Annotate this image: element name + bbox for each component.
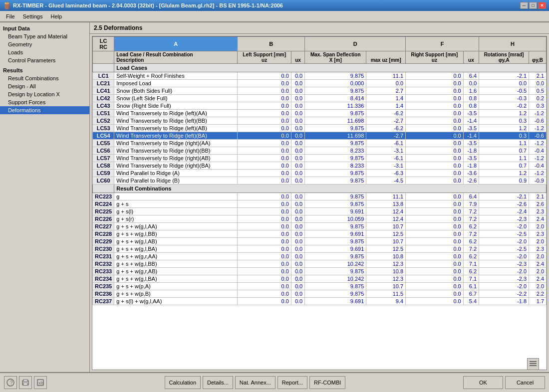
table-row[interactable]: RC232 g + s + w(g,l,BB) 0.0 0.0 10.242 1… [93, 260, 547, 268]
table-row[interactable]: LC54 Wind Transversely to Ridge (left)(B… [93, 132, 547, 140]
sub-h1-label: Rotations [mrad] φy,A [479, 51, 529, 64]
table-row[interactable]: LC41 Snow (Both Sides Full) 0.0 0.0 9.87… [93, 87, 547, 95]
lc-cell: LC60 [93, 177, 114, 185]
col-fg-header: F [406, 37, 479, 51]
print-icon-button[interactable] [19, 376, 32, 389]
rf-combi-button[interactable]: RF-COMBI [309, 376, 345, 389]
e-cell: 10.7 [366, 283, 406, 290]
nat-annex-button[interactable]: Nat. Annex... [235, 376, 275, 389]
table-row[interactable]: RC228 g + s + w(g,l,BB) 0.0 0.0 9.691 12… [93, 230, 547, 238]
table-row[interactable]: RC229 g + s + w(g,l,AB) 0.0 0.0 9.875 10… [93, 238, 547, 245]
h1-cell: -2.1 [479, 193, 529, 200]
svg-rect-2 [530, 365, 537, 366]
h2-cell: 2.3 [529, 208, 547, 215]
desc-cell: g + s(l) + w(g,l,AA) [114, 298, 238, 305]
table-row[interactable]: LC51 Wind Transversely to Ridge (left)(A… [93, 110, 547, 117]
h2-cell: 2.4 [529, 275, 547, 283]
table-row[interactable]: LC21 Imposed Load 0.0 0.0 0.000 0.0 0.0 … [93, 80, 547, 87]
d-cell: 9.875 [305, 140, 366, 147]
sidebar-item-beam-type[interactable]: Beam Type and Material [0, 32, 89, 40]
table-row[interactable]: RC230 g + s + w(g,l,BA) 0.0 0.0 9.691 12… [93, 245, 547, 253]
table-container[interactable]: LCRC A B D F H Load Case / Result Combin… [92, 36, 547, 370]
table-row[interactable]: RC226 g + s(r) 0.0 0.0 10.059 12.4 0.0 7… [93, 215, 547, 223]
table-row[interactable]: LC59 Wind Parallel to Ridge (A) 0.0 0.0 … [93, 170, 547, 177]
table-row[interactable]: RC236 g + s + w(p,B) 0.0 0.0 9.875 11.5 … [93, 290, 547, 298]
svg-text:xls: xls [38, 381, 44, 386]
desc-cell: g + s + w(g,l,BA) [114, 275, 238, 283]
table-row[interactable]: RC237 g + s(l) + w(g,l,AA) 0.0 0.0 9.691… [93, 298, 547, 305]
sidebar-item-design-location[interactable]: Design by Location X [0, 90, 89, 98]
table-row[interactable]: LC57 Wind Transversely to Ridge (right)(… [93, 155, 547, 162]
sidebar-item-deformations[interactable]: Deformations [0, 106, 89, 114]
menu-settings[interactable]: Settings [19, 12, 47, 20]
ok-button[interactable]: OK [463, 376, 503, 389]
lc-cell: LC41 [93, 87, 114, 95]
sidebar-item-control-params[interactable]: Control Parameters [0, 56, 89, 64]
sidebar-item-geometry[interactable]: Geometry [0, 40, 89, 48]
table-row[interactable]: LC1 Self-Weight + Roof Finishes 0.0 0.0 … [93, 72, 547, 80]
desc-cell: Wind Transversely to Ridge (right)(AB) [114, 155, 238, 162]
d-cell: 9.691 [305, 245, 366, 253]
table-row[interactable]: LC56 Wind Transversely to Ridge (right)(… [93, 147, 547, 155]
h2-cell: -0.6 [529, 117, 547, 125]
title-bar-controls[interactable]: ─ □ ✕ [520, 2, 546, 9]
lc-cell: RC224 [93, 200, 114, 208]
details-button[interactable]: Details... [203, 376, 233, 389]
calculation-button[interactable]: Calculation [165, 376, 201, 389]
sub-e-label: max uz [mm] [366, 51, 406, 64]
maximize-button[interactable]: □ [529, 2, 537, 9]
table-row[interactable]: RC224 g + s 0.0 0.0 9.875 13.8 0.0 7.9 -… [93, 200, 547, 208]
g-cell: 6.7 [463, 290, 479, 298]
e-cell: -6.2 [366, 125, 406, 132]
c-cell: 0.0 [291, 253, 304, 260]
c-cell: 0.0 [291, 147, 304, 155]
view-icon-button[interactable] [527, 358, 539, 370]
table-row[interactable]: LC55 Wind Transversely to Ridge (right)(… [93, 140, 547, 147]
sidebar-item-design-all[interactable]: Design - All [0, 82, 89, 90]
table-row[interactable]: LC52 Wind Transversely to Ridge (left)(B… [93, 117, 547, 125]
table-row[interactable]: RC231 g + s + w(g,r,AA) 0.0 0.0 9.875 10… [93, 253, 547, 260]
c-cell: 0.0 [291, 177, 304, 185]
content-icon-area [527, 358, 539, 370]
bottom-left-buttons: ? xls [4, 376, 47, 389]
table-row[interactable]: RC235 g + s + w(p,A) 0.0 0.0 9.875 10.7 … [93, 283, 547, 290]
b-cell: 0.0 [238, 140, 291, 147]
content-title: 2.5 Deformations [90, 22, 549, 34]
table-row[interactable]: RC233 g + s + w(g,r,AB) 0.0 0.0 9.875 10… [93, 268, 547, 275]
lc-cell: LC53 [93, 125, 114, 132]
h2-cell: 2.0 [529, 268, 547, 275]
table-row[interactable]: RC223 g 0.0 0.0 9.875 11.1 0.0 6.4 -2.1 … [93, 193, 547, 200]
table-row[interactable]: RC227 g + s + w(g,l,AA) 0.0 0.0 9.875 10… [93, 223, 547, 230]
table-row[interactable]: RC225 g + s(l) 0.0 0.0 9.691 12.4 0.0 7.… [93, 208, 547, 215]
table-row[interactable]: LC43 Snow (Right Side Full) 0.0 0.0 11.3… [93, 102, 547, 110]
sidebar-item-result-combos[interactable]: Result Combinations [0, 74, 89, 82]
table-row[interactable]: LC60 Wind Parallel to Ridge (B) 0.0 0.0 … [93, 177, 547, 185]
f-cell: 0.0 [406, 193, 464, 200]
menu-help[interactable]: Help [46, 12, 66, 20]
sidebar-item-support-forces[interactable]: Support Forces [0, 98, 89, 106]
close-button[interactable]: ✕ [538, 2, 546, 9]
table-col-header-row: LCRC A B D F H [93, 37, 547, 51]
report-button[interactable]: Report... [277, 376, 307, 389]
export-icon-button[interactable]: xls [34, 376, 47, 389]
minimize-button[interactable]: ─ [520, 2, 528, 9]
sidebar-item-loads[interactable]: Loads [0, 48, 89, 56]
lc-cell: RC223 [93, 193, 114, 200]
b-cell: 0.0 [238, 147, 291, 155]
b-cell: 0.0 [238, 177, 291, 185]
f-cell: 0.0 [406, 200, 464, 208]
table-row[interactable]: LC53 Wind Transversely to Ridge (left)(A… [93, 125, 547, 132]
help-icon-button[interactable]: ? [4, 376, 17, 389]
table-row[interactable]: LC42 Snow (Left Side Full) 0.0 0.0 8.414… [93, 95, 547, 102]
g-cell: 5.4 [463, 298, 479, 305]
g-cell: 6.1 [463, 283, 479, 290]
h1-cell: -2.0 [479, 253, 529, 260]
g-cell: 1.6 [463, 87, 479, 95]
table-row[interactable]: LC58 Wind Transversely to Ridge (right)(… [93, 162, 547, 170]
cancel-button[interactable]: Cancel [505, 376, 545, 389]
sub-a-desc: Load Case / Result Combination Descripti… [114, 51, 238, 64]
g-cell: -1.4 [463, 117, 479, 125]
menu-file[interactable]: File [2, 12, 19, 20]
table-row[interactable]: RC234 g + s + w(g,l,BA) 0.0 0.0 10.242 1… [93, 275, 547, 283]
result-combos-body: Result Combinations RC223 g 0.0 0.0 9.87… [93, 185, 547, 305]
